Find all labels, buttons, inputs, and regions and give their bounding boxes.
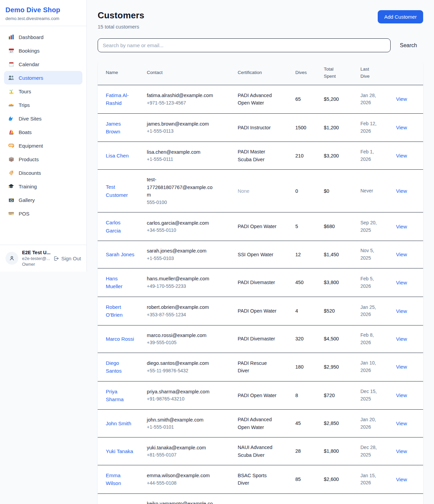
sidebar-item-customers[interactable]: Customers <box>4 71 82 85</box>
customer-name-link[interactable]: James Brown <box>106 120 136 136</box>
view-customer-link[interactable]: View <box>396 392 407 398</box>
svg-text:17: 17 <box>10 50 13 53</box>
sidebar-item-label: Calendar <box>19 61 39 67</box>
view-customer-link[interactable]: View <box>396 251 407 257</box>
table-row: John Smith john.smith@example.com +1-555… <box>98 410 423 437</box>
customer-name-link[interactable]: Diego Santos <box>106 359 136 375</box>
customer-total-spent: $1,800 <box>324 437 360 465</box>
package-icon <box>8 156 14 162</box>
customer-last-dive: Jan 20, 2026 <box>360 416 380 431</box>
customer-name-link[interactable]: Lisa Chen <box>106 152 136 160</box>
customer-dives: 320 <box>295 325 324 353</box>
view-customer-link[interactable]: View <box>396 188 407 194</box>
view-customer-link[interactable]: View <box>396 477 407 482</box>
customer-name-link[interactable]: Fatima Al-Rashid <box>106 91 136 107</box>
sidebar-item-label: Customers <box>19 75 43 81</box>
customer-email: diego.santos@example.com <box>147 359 215 367</box>
speedboat-icon <box>8 102 14 108</box>
page-header-text: Customers 15 total customers <box>98 10 144 30</box>
customer-last-dive: Jan 15, 2026 <box>360 472 380 487</box>
sidebar-item-products[interactable]: Products <box>4 152 82 166</box>
customer-phone: +55-11-99876-5432 <box>147 367 235 375</box>
search-input[interactable] <box>98 38 391 52</box>
col-header-contact: Contact <box>147 61 238 85</box>
sidebar-item-bookings[interactable]: 17 Bookings <box>4 44 82 57</box>
add-customer-button[interactable]: Add Customer <box>378 10 423 23</box>
customer-certification: PADI Open Water <box>238 223 278 230</box>
view-customer-link[interactable]: View <box>396 421 407 426</box>
sidebar-item-trips[interactable]: Trips <box>4 98 82 112</box>
credit-card-icon <box>8 210 14 217</box>
customer-name-link[interactable]: Robert O'Brien <box>106 303 136 319</box>
customer-total-spent: $4,500 <box>324 325 360 353</box>
customer-name-link[interactable]: Yuki Tanaka <box>106 447 136 455</box>
view-customer-link[interactable]: View <box>396 224 407 229</box>
customer-certification: PADI Open Water <box>238 307 278 315</box>
view-customer-link[interactable]: View <box>396 448 407 454</box>
sidebar-item-tours[interactable]: Tours <box>4 85 82 98</box>
sidebar-item-label: Equipment <box>19 143 43 149</box>
view-customer-link[interactable]: View <box>396 96 407 102</box>
sign-out-button[interactable]: Sign Out <box>53 256 81 261</box>
people-icon <box>8 75 14 81</box>
customer-total-spent: $3,200 <box>324 142 360 170</box>
customer-dives: 4 <box>295 297 324 325</box>
customer-phone: +1-555-0101 <box>147 424 235 431</box>
customer-name-link[interactable]: Emma Wilson <box>106 471 136 487</box>
customer-name-link[interactable]: Sarah Jones <box>106 250 136 258</box>
search-button[interactable]: Search <box>400 42 417 49</box>
sailboat-icon <box>8 129 14 135</box>
customer-dives: 5 <box>295 212 324 241</box>
table-row: Yuki Tanaka yuki.tanaka@example.com +81-… <box>98 437 423 465</box>
customer-dives: 210 <box>295 142 324 170</box>
sidebar-item-label: Dive Sites <box>19 116 42 122</box>
sidebar-item-label: Training <box>19 184 37 189</box>
customer-name-link[interactable]: Marco Rossi <box>106 335 136 343</box>
customer-email: priya.sharma@example.com <box>147 388 215 395</box>
shop-domain: demo.test.divestreams.com <box>5 16 81 21</box>
view-customer-link[interactable]: View <box>396 336 407 342</box>
person-icon <box>9 255 15 261</box>
sidebar-item-label: Gallery <box>19 197 35 203</box>
customer-name-link[interactable]: Hans Mueller <box>106 275 136 291</box>
sidebar-item-gallery[interactable]: Gallery <box>4 193 82 207</box>
table-row: Hans Mueller hans.mueller@example.com +4… <box>98 268 423 297</box>
view-customer-link[interactable]: View <box>396 125 407 130</box>
view-customer-link[interactable]: View <box>396 153 407 158</box>
customer-email: james.brown@example.com <box>147 120 215 128</box>
sidebar-item-training[interactable]: Training <box>4 180 82 193</box>
customer-total-spent: $5,200 <box>324 85 360 113</box>
sidebar-item-equipment[interactable]: Equipment <box>4 139 82 152</box>
customer-total-spent: $1,450 <box>324 241 360 268</box>
user-role: Owner <box>22 262 50 267</box>
sidebar-item-dashboard[interactable]: Dashboard <box>4 30 82 44</box>
sidebar-item-discounts[interactable]: Discounts <box>4 166 82 180</box>
customer-email: test-1772681807767@example.com <box>147 176 215 199</box>
customer-last-dive: Sep 20, 2025 <box>360 219 380 234</box>
sidebar: Demo Dive Shop demo.test.divestreams.com… <box>0 0 87 272</box>
table-row: Keiko Yamamoto keiko.yamamoto@example.co… <box>98 493 423 504</box>
main-content: Customers 15 total customers Add Custome… <box>87 0 434 504</box>
customer-name-link[interactable]: Test Customer <box>106 183 136 199</box>
sidebar-item-pos[interactable]: POS <box>4 207 82 220</box>
view-customer-link[interactable]: View <box>396 364 407 370</box>
customer-phone: +81-555-0107 <box>147 451 235 459</box>
customer-phone: +49-170-555-2233 <box>147 283 235 290</box>
customer-total-spent: $680 <box>324 212 360 241</box>
sidebar-item-boats[interactable]: Boats <box>4 125 82 139</box>
view-customer-link[interactable]: View <box>396 308 407 314</box>
sidebar-item-calendar[interactable]: Calendar <box>4 57 82 71</box>
customer-phone: +1-555-0103 <box>147 255 235 262</box>
customer-email: lisa.chen@example.com <box>147 148 215 156</box>
sidebar-item-dive-sites[interactable]: Dive Sites <box>4 112 82 125</box>
customer-phone: +1-555-0113 <box>147 128 235 135</box>
customer-name-link[interactable]: John Smith <box>106 419 136 427</box>
customer-name-link[interactable]: Carlos Garcia <box>106 219 136 235</box>
view-customer-link[interactable]: View <box>396 280 407 285</box>
customer-certification: PADI Divemaster <box>238 279 278 286</box>
avatar <box>5 252 18 265</box>
sign-out-label: Sign Out <box>61 256 81 261</box>
customer-certification: PADI Advanced Open Water <box>238 416 278 431</box>
shop-title: Demo Dive Shop <box>5 6 81 14</box>
customer-name-link[interactable]: Priya Sharma <box>106 388 136 404</box>
